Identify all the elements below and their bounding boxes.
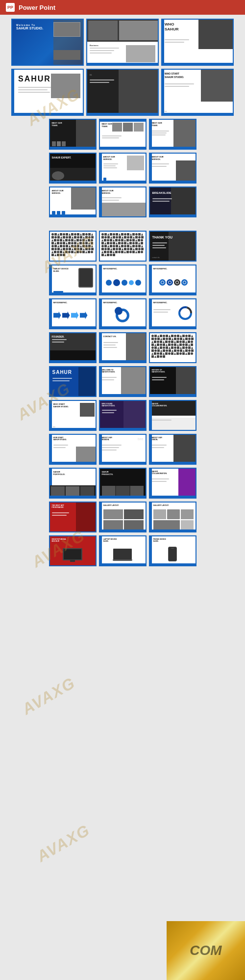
- slide-row-8: INFOGRAPHIC. INFOGRAPHIC.: [4, 298, 241, 329]
- slide-thumb[interactable]: LAPTOP DEVICESLIDE.: [99, 535, 147, 566]
- slide-thumb[interactable]: MEET OURTEAM.: [149, 119, 196, 150]
- slide-thumb[interactable]: 01: [86, 69, 159, 116]
- slide-thumb[interactable]: SAHUR!COLLABORATION.: [149, 400, 196, 431]
- slide-thumb[interactable]: HOW STARTSAHUR STUDIO.: [49, 434, 97, 465]
- slide-thumb[interactable]: CONTACT US.: [99, 332, 147, 363]
- slide-thumb[interactable]: FOUNDER.: [49, 332, 97, 363]
- slide-thumb[interactable]: SAHUR: [49, 366, 97, 397]
- slide-thumb[interactable]: TABLET DEVICESLIDE.: [49, 265, 97, 295]
- slide-thumb[interactable]: GALLERY LAYOUT.: [99, 502, 147, 532]
- slide-row-7: TABLET DEVICESLIDE. INFOGRAPHIC.: [4, 265, 241, 295]
- header-bar: PP Power Point: [0, 0, 245, 15]
- slide-thumb[interactable]: DESKTOP MEDIAMOCKUP.: [49, 535, 97, 566]
- slide-thumb[interactable]: THANK YOU contact info: [149, 231, 196, 262]
- slide-thumb[interactable]: ABOUT OURSERVICE.: [99, 186, 147, 217]
- watermark-text: AVAXG: [34, 821, 94, 866]
- slide-thumb[interactable]: ABOUT OURSERVICE.: [99, 153, 147, 184]
- watermark-com-badge: COM: [167, 921, 245, 980]
- slide-num: bre: [138, 437, 144, 441]
- slide-title: ABOUT OURSERVICE.: [102, 189, 114, 194]
- slide-content: Business: [90, 44, 98, 47]
- slide-subtitle: SAHUR STUDIO.: [16, 26, 43, 30]
- slide-title: THE BEST ARTFROM MAKER.: [52, 504, 64, 508]
- slide-thumb[interactable]: MEET OURTEAM.: [49, 119, 97, 150]
- slide-row-3: MEET OURTEAM. MEET OURTEAM.: [4, 119, 241, 150]
- slide-title: ABOUT OURVISION.: [152, 437, 162, 441]
- slide-title: DESKTOP MEDIAMOCKUP.: [52, 538, 66, 542]
- slide-title: PHONE DEVICESLIDE.: [153, 538, 166, 542]
- slide-thumb[interactable]: MEET OURTEAM.: [99, 119, 147, 150]
- slide-thumb[interactable]: [149, 332, 196, 363]
- slide-thumb[interactable]: INFOGRAPHIC.: [99, 298, 147, 329]
- slide-title: HOW STARTSAHUR STUDIO.: [53, 437, 67, 441]
- slide-thumb[interactable]: INFOGRAPHIC.: [49, 298, 97, 329]
- slide-title: ABOUT OURMISSION.: [102, 437, 112, 441]
- slide-title: INFOGRAPHIC.: [103, 267, 118, 270]
- slide-title: BREAKSLIDE: [152, 191, 172, 194]
- slide-title: GALLERY LAYOUT.: [153, 504, 169, 506]
- slide-row-12: HOW STARTSAHUR STUDIO. ABOUT OURMISSION.…: [4, 434, 241, 465]
- slide-title: INFOGRAPHIC.: [53, 301, 68, 304]
- slide-num: contact info: [152, 257, 160, 259]
- slide-title: HISTORY OFSAHUR STUDIO.: [152, 369, 166, 373]
- slide-title: INFOGRAPHIC.: [153, 267, 168, 270]
- slide-title: WELCOME TOSAHUR STUDIO.: [102, 369, 116, 373]
- slide-thumb[interactable]: WHOSAHUR: [161, 19, 234, 66]
- slide-thumb[interactable]: ABOUT OURVISION.: [149, 434, 196, 465]
- slide-thumb[interactable]: // Will render via CSS: [49, 231, 97, 262]
- slide-thumb[interactable]: [99, 231, 147, 262]
- slide-title: GALLERY LAYOUT.: [103, 504, 119, 506]
- slide-thumb[interactable]: SAHUR: [11, 69, 84, 116]
- slide-title: SAHURCOLLABORATION.: [152, 471, 167, 475]
- slide-content: 01: [90, 74, 92, 76]
- slide-title: SAHUR: [52, 370, 73, 375]
- app-icon: PP: [6, 3, 15, 12]
- slide-thumb[interactable]: WHO FOUNDSAHUR STUDIO.: [99, 400, 147, 431]
- slide-title: SAHUR!COLLABORATION.: [152, 403, 167, 407]
- slide-title: ABOUT OURSERVICE.: [152, 156, 164, 160]
- slide-thumb[interactable]: Welcome To SAHUR STUDIO.: [11, 19, 84, 66]
- slide-thumb[interactable]: ABOUT OURSERVICE.: [149, 153, 196, 184]
- section-spacer: [4, 220, 241, 228]
- slide-thumb[interactable]: WELCOME TOSAHUR STUDIO.: [99, 366, 147, 397]
- slide-thumb[interactable]: SAHURCOLLABORATION.: [149, 468, 196, 499]
- slide-thumb[interactable]: SAHURPORTFOLIO.: [49, 468, 97, 499]
- slide-title: FOUNDER.: [52, 335, 65, 338]
- slide-title: INFOGRAPHIC.: [103, 301, 118, 304]
- slide-thumb[interactable]: Business: [86, 19, 159, 66]
- slide-thumb[interactable]: GALLERY LAYOUT.: [149, 502, 196, 532]
- slide-row-13: SAHURPORTFOLIO. SAHURPRODUCTS.: [4, 468, 241, 499]
- slide-row-11: WHO STARTSAHUR STUDIO. bre WHO FOUNDSAHU…: [4, 400, 241, 431]
- slide-thumb[interactable]: INFOGRAPHIC.: [149, 298, 196, 329]
- slide-title: WHO STARTSAHUR STUDIO.: [165, 72, 184, 79]
- slide-title: WHOSAHUR: [165, 22, 178, 31]
- slide-title: SAHURPORTFOLIO.: [53, 471, 65, 476]
- slide-row-5: ABOUT OURSERVICE. ABOUT OURSERVICE.: [4, 186, 241, 217]
- slide-title: ABOUT OURSERVICE.: [103, 156, 115, 160]
- slide-thumb[interactable]: SAHURPRODUCTS.: [99, 468, 147, 499]
- slide-thumb[interactable]: ABOUT OURSERVICE.: [49, 186, 97, 217]
- slide-thumb[interactable]: PHONE DEVICESLIDE.: [149, 535, 196, 566]
- watermark-text: AVAXG: [19, 674, 79, 719]
- slide-row-14: THE BEST ARTFROM MAKER. GALLERY LAYOUT.: [4, 502, 241, 532]
- slide-row-1: Welcome To SAHUR STUDIO. Business: [4, 19, 241, 66]
- slide-title: MEET OURTEAM.: [52, 122, 62, 127]
- slide-thumb[interactable]: HISTORY OFSAHUR STUDIO.: [149, 366, 196, 397]
- watermark-com-text: COM: [190, 943, 221, 958]
- slide-thumb[interactable]: ABOUT OURMISSION. bre: [99, 434, 147, 465]
- slide-thumb[interactable]: THE BEST ARTFROM MAKER.: [49, 502, 97, 532]
- slide-title: INFOGRAPHIC.: [153, 301, 168, 304]
- slide-title: WHO STARTSAHUR STUDIO.: [53, 403, 69, 408]
- slide-thumb[interactable]: INFOGRAPHIC.: [99, 265, 147, 295]
- slide-title: MEET OURTEAM.: [152, 122, 162, 127]
- slide-thumb[interactable]: BREAKSLIDE: [149, 186, 196, 217]
- slide-title: THANK YOU: [152, 236, 172, 239]
- slide-row-2: SAHUR 01 WHO STARTSAHUR STUDIO.: [4, 69, 241, 116]
- slide-thumb[interactable]: WHO STARTSAHUR STUDIO. bre: [161, 69, 234, 116]
- slide-thumb[interactable]: WHO STARTSAHUR STUDIO. bre: [49, 400, 97, 431]
- slide-thumb[interactable]: INFOGRAPHIC.: [149, 265, 196, 295]
- slide-title: TABLET DEVICESLIDE.: [53, 267, 69, 272]
- slide-thumb[interactable]: SAHUR EXPERT.: [49, 153, 97, 184]
- slide-title: WHO FOUNDSAHUR STUDIO.: [102, 403, 116, 407]
- slide-title: SAHURPRODUCTS.: [102, 471, 114, 476]
